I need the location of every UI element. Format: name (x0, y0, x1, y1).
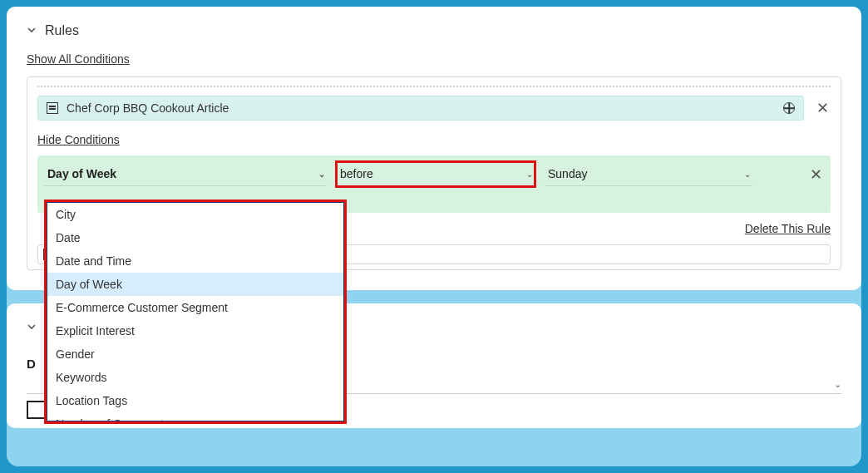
field-option[interactable]: Date (47, 226, 343, 249)
rules-heading: Rules (45, 23, 79, 38)
field-option[interactable]: City (47, 203, 343, 226)
remove-rule-button[interactable]: ✕ (814, 100, 831, 116)
condition-value-text: Sunday (548, 167, 587, 180)
field-option[interactable]: Day of Week (47, 273, 343, 296)
field-option[interactable]: Gender (47, 342, 343, 366)
globe-icon[interactable] (783, 102, 795, 114)
field-option[interactable]: Location Tags (47, 389, 343, 412)
condition-operator-dropdown[interactable]: before ⌄ (337, 162, 535, 186)
condition-field-value: Day of Week (47, 167, 116, 180)
chevron-down-icon: ⌄ (744, 170, 751, 179)
rules-heading-row[interactable]: Rules (27, 23, 841, 38)
chevron-down-icon: ⌄ (526, 170, 533, 179)
field-option[interactable]: Explicit Interest (47, 319, 343, 342)
delete-rule-link[interactable]: Delete This Rule (745, 222, 831, 235)
document-icon (47, 102, 58, 114)
rules-panel: Rules Show All Conditions Chef Corp BBQ … (7, 7, 861, 290)
rule-title-bar[interactable]: Chef Corp BBQ Cookout Article (37, 96, 804, 121)
hide-conditions-link[interactable]: Hide Conditions (37, 133, 120, 146)
rule-title-text: Chef Corp BBQ Cookout Article (67, 101, 229, 115)
chevron-down-icon: ⌄ (834, 379, 841, 390)
field-option[interactable]: Date and Time (47, 249, 343, 273)
remove-condition-button[interactable]: ✕ (807, 166, 824, 183)
field-option[interactable]: Keywords (47, 366, 343, 389)
condition-field-options-popup: CityDateDate and TimeDay of WeekE-Commer… (47, 202, 344, 421)
field-option[interactable]: Number of Comments (47, 412, 343, 421)
chevron-down-icon: ⌄ (318, 170, 325, 179)
field-option[interactable]: E-Commerce Customer Segment (47, 296, 343, 319)
show-all-conditions-link[interactable]: Show All Conditions (27, 52, 130, 66)
condition-value-dropdown[interactable]: Sunday ⌄ (545, 162, 752, 186)
condition-operator-value: before (340, 167, 373, 180)
condition-field-dropdown[interactable]: Day of Week ⌄ (44, 162, 327, 186)
chevron-down-icon (27, 320, 37, 335)
chevron-down-icon (27, 23, 37, 38)
drag-handle-strip[interactable] (37, 86, 831, 87)
